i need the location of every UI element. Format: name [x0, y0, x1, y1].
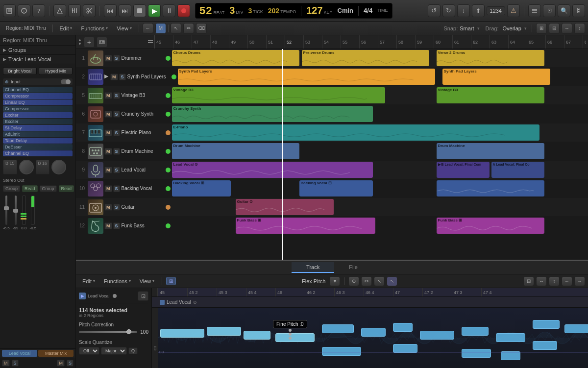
stop-btn[interactable]	[133, 4, 146, 17]
track-content[interactable]: Backing Vocal ⊞ Backing Vocal ⊞	[172, 179, 588, 197]
track-collapse-btn[interactable]	[147, 38, 154, 46]
m-btn-1[interactable]: M	[2, 360, 10, 367]
clip[interactable]: Vintage B3	[172, 87, 385, 103]
zoom-in-btn[interactable]: ⊞	[536, 23, 547, 34]
preset1-btn[interactable]: Bright Vocal	[3, 67, 37, 75]
solo-btn[interactable]: S	[113, 55, 120, 62]
editor-zoom-fit[interactable]: ↔	[536, 276, 547, 286]
clip[interactable]: Synth Pad Layers	[442, 69, 550, 85]
pitch-note[interactable]	[533, 320, 560, 329]
clip[interactable]: Verse 2 Drums	[437, 50, 544, 66]
pitch-knob[interactable]	[126, 329, 131, 334]
search-btn[interactable]: 🔍	[558, 4, 570, 17]
clip[interactable]: A Lead Vocal: Final Co	[491, 162, 544, 178]
mute-btn[interactable]: M	[104, 111, 112, 118]
mixer-btn[interactable]	[68, 4, 81, 17]
mute-btn[interactable]: M	[104, 129, 112, 136]
flex-mode-select[interactable]: ▾	[329, 276, 340, 286]
solo-btn[interactable]: S	[113, 148, 120, 155]
fast-forward-btn[interactable]: ⏭	[119, 4, 131, 17]
preset2-btn[interactable]: Hyped Mix	[39, 67, 73, 75]
master-mix-tab[interactable]: Master Mix	[38, 350, 74, 357]
plugin-adlimit[interactable]: AdLimit	[3, 131, 73, 137]
smart-controls-btn[interactable]: 🎛	[572, 4, 585, 17]
tool-eraser[interactable]: ⌫	[196, 23, 207, 34]
plugin-exciter2[interactable]: Exciter	[3, 119, 73, 124]
hamburger-btn[interactable]	[528, 4, 541, 17]
clip[interactable]: Drum Machine	[172, 143, 299, 159]
clip[interactable]: Funk Bass ⊞	[236, 218, 375, 234]
group-btn[interactable]: Group	[3, 185, 20, 192]
download-btn[interactable]: ↓	[457, 4, 470, 17]
track-content[interactable]: Lead Vocal ⊙ ▶ B Lead Vocal: Final Com A…	[172, 161, 588, 179]
pitch-note[interactable]	[420, 331, 454, 340]
solo-btn[interactable]: S	[113, 129, 120, 136]
solo-btn[interactable]: S	[113, 167, 120, 173]
tool-arrow[interactable]: ←	[143, 23, 153, 34]
scale-off-select[interactable]: Off	[79, 347, 99, 355]
clip[interactable]: Backing Vocal ⊞	[172, 180, 231, 196]
solo-btn[interactable]: S	[113, 222, 120, 229]
mute-btn[interactable]: M	[104, 55, 112, 62]
pitch-note[interactable]	[462, 349, 491, 358]
redo-btn[interactable]: ↻	[442, 4, 455, 17]
b15-btn[interactable]: B 15	[3, 160, 17, 174]
plugin-deesser[interactable]: DeEsser	[3, 144, 73, 150]
library-btn[interactable]	[3, 4, 16, 17]
pitch-note[interactable]	[533, 341, 557, 350]
editor-tool-1[interactable]: ⊙	[348, 276, 359, 286]
solo-btn[interactable]: S	[119, 74, 126, 80]
sort-arrows[interactable]: ▲ ▼	[78, 38, 82, 46]
collapse-btn[interactable]: ↕	[574, 23, 585, 34]
tool-midi[interactable]: M	[155, 23, 166, 34]
read-btn2[interactable]: Read	[59, 185, 74, 192]
track-content[interactable]: Funk Bass ⊞ Funk Bass ⊞	[172, 217, 588, 235]
plugin-compressor2[interactable]: Compressor	[3, 106, 73, 112]
clip[interactable]: Backing Vocal ⊞	[299, 180, 373, 196]
undo-btn[interactable]: ↺	[428, 4, 441, 17]
editor-zoom-height[interactable]: ↕	[549, 276, 560, 286]
plugin-st-delay[interactable]: St-Delay	[3, 125, 73, 131]
s-btn-2[interactable]: S	[67, 360, 74, 367]
metronome-btn[interactable]	[53, 4, 66, 17]
editor-scroll-left[interactable]: ←	[562, 276, 572, 286]
groups-row[interactable]: ▶ Groups	[0, 46, 75, 55]
track-icon-sm[interactable]: ▶	[79, 293, 86, 299]
window-btn[interactable]: ⊡	[543, 4, 556, 17]
track-content[interactable]: Guitar ⊙	[172, 198, 588, 216]
editor-tool-arrow[interactable]: ↖	[374, 276, 385, 286]
clip[interactable]: Pre-verse Drums	[302, 50, 429, 66]
solo-btn[interactable]: S	[113, 204, 120, 211]
knob1[interactable]	[19, 160, 34, 174]
play-btn[interactable]: ▶	[148, 4, 161, 17]
pitch-note[interactable]	[322, 347, 361, 356]
track-content[interactable]: Vintage B3 Vintage B3	[172, 86, 588, 104]
zoom-out-btn[interactable]: ⊟	[549, 23, 560, 34]
track-content[interactable]: Synth Pad Layers Synth Pad Layers	[178, 68, 588, 86]
pitch-note[interactable]	[322, 324, 354, 333]
plugin-compressor1[interactable]: Compressor	[3, 93, 73, 99]
pitch-note[interactable]	[564, 324, 588, 333]
fit-btn[interactable]: ↔	[562, 23, 572, 34]
editor-zoom-out[interactable]: ⊟	[523, 276, 534, 286]
editor-functions-menu[interactable]: Functions▾	[100, 277, 134, 285]
midi-track-btn[interactable]	[97, 37, 107, 48]
editor-tool-2[interactable]: ✂	[361, 276, 372, 286]
share-btn[interactable]: ⬆	[472, 4, 485, 17]
warning-btn[interactable]: ⚠	[507, 4, 520, 17]
view-menu[interactable]: View▾	[113, 25, 135, 32]
quantize-btn[interactable]: Q	[128, 347, 138, 354]
group-btn2[interactable]: Group	[40, 185, 57, 192]
tool-pencil[interactable]: ✏	[183, 23, 194, 34]
piano-roll[interactable]: 45 45 2 45 3 45 4 46 46 2 46 3 46 4 47 4…	[152, 288, 588, 368]
track-content[interactable]: Chorus Drums Pre-verse Drums Verse 2 Dru…	[172, 49, 588, 67]
pause-btn[interactable]: ⏸	[163, 4, 175, 17]
mute-btn[interactable]: M	[104, 222, 112, 229]
plugin-channel-eq2[interactable]: Channel EQ	[3, 150, 73, 156]
clip[interactable]: Guitar ⊙	[236, 199, 334, 215]
clip[interactable]: ▶ B Lead Vocal: Final Com	[437, 162, 490, 178]
pitch-note[interactable]	[496, 333, 525, 342]
pitch-note[interactable]	[393, 344, 417, 353]
pitch-note[interactable]	[462, 327, 489, 336]
plugin-exciter1[interactable]: Exciter	[3, 112, 73, 118]
